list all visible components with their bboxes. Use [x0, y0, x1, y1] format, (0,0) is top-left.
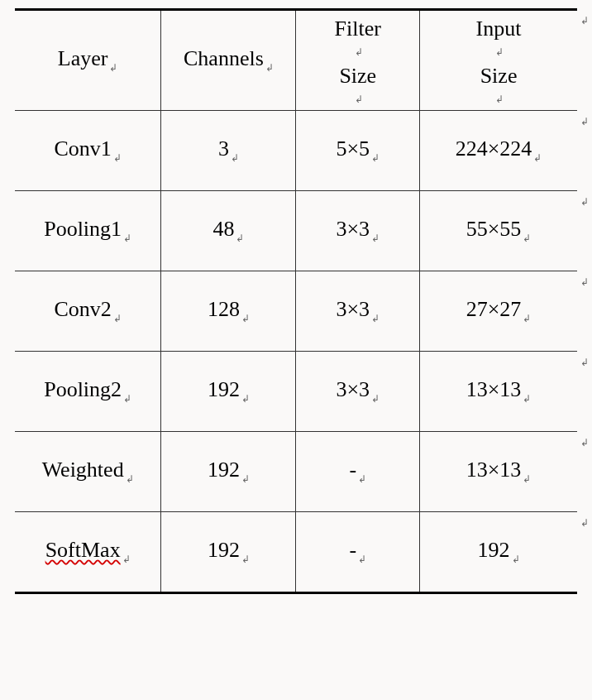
cell-input: 13×13↲ — [420, 352, 577, 432]
cell-channels-value: 192 — [208, 377, 240, 401]
para-mark-icon: ↲ — [123, 393, 131, 405]
header-label: Size — [335, 60, 381, 92]
row-end-mark-icon: ↲ — [580, 276, 589, 289]
para-mark-icon: ↲ — [241, 393, 250, 405]
cell-input-value: 192 — [478, 538, 510, 562]
cell-filter: -↲ — [296, 432, 420, 512]
cell-channels: 192↲ — [161, 352, 296, 432]
table-row: Pooling1↲48↲3×3↲55×55↲ — [15, 191, 577, 271]
cell-layer-value: Conv2 — [54, 297, 111, 321]
row-end-mark-icon: ↲ — [580, 196, 589, 209]
para-mark-icon: ↲ — [241, 554, 250, 565]
cell-channels-value: 128 — [208, 297, 240, 321]
cell-layer-value: Weighted — [42, 458, 124, 482]
table-row: Pooling2↲192↲3×3↲13×13↲ — [15, 352, 577, 432]
cell-layer: Conv1↲ — [15, 111, 161, 191]
cell-input: 192↲ — [420, 512, 577, 593]
cell-channels-value: 48 — [212, 217, 234, 241]
row-end-mark-icon: ↲ — [580, 357, 589, 369]
cell-layer: Pooling2↲ — [15, 352, 161, 432]
cell-channels-value: 192 — [208, 538, 240, 562]
col-header-layer: Layer↲ — [15, 10, 161, 111]
table-header: Layer↲ Channels↲ Filter↲ Size↲ Input↲ Si… — [15, 10, 577, 111]
para-mark-icon: ↲ — [358, 554, 366, 565]
cell-filter-value: 3×3 — [336, 217, 370, 241]
table-header-row: Layer↲ Channels↲ Filter↲ Size↲ Input↲ Si… — [15, 10, 577, 111]
cell-filter: 3×3↲ — [296, 191, 420, 271]
para-mark-icon: ↲ — [523, 393, 531, 405]
para-mark-icon: ↲ — [523, 313, 531, 324]
cell-channels: 192↲ — [161, 512, 296, 593]
para-mark-icon: ↲ — [122, 554, 131, 565]
para-mark-icon: ↲ — [265, 62, 274, 74]
cell-layer-value: Pooling2 — [44, 377, 122, 401]
cell-layer: SoftMax↲ — [15, 512, 161, 593]
para-mark-icon: ↲ — [358, 473, 366, 485]
cell-channels: 192↲ — [161, 432, 296, 512]
cell-filter-value: - — [349, 458, 356, 482]
cell-filter: 5×5↲ — [296, 111, 420, 191]
para-mark-icon: ↲ — [523, 473, 531, 485]
cell-input: 13×13↲ — [420, 432, 577, 512]
para-mark-icon: ↲ — [113, 313, 122, 324]
row-end-mark-icon: ↲ — [580, 116, 589, 128]
cell-layer-value: Pooling1 — [44, 217, 122, 241]
para-mark-icon: ↲ — [371, 393, 380, 405]
table-body: Conv1↲3↲5×5↲224×224↲Pooling1↲48↲3×3↲55×5… — [15, 111, 577, 593]
network-table: Layer↲ Channels↲ Filter↲ Size↲ Input↲ Si… — [15, 8, 577, 594]
col-header-input-size: Input↲ Size↲ — [420, 10, 577, 111]
table-row: Conv2↲128↲3×3↲27×27↲ — [15, 271, 577, 352]
cell-filter-value: 3×3 — [336, 377, 370, 401]
cell-channels: 48↲ — [161, 191, 296, 271]
header-label: Layer — [58, 46, 108, 70]
cell-layer-value: Conv1 — [54, 137, 111, 161]
cell-layer: Weighted↲ — [15, 432, 161, 512]
cell-channels-value: 3 — [218, 137, 229, 161]
para-mark-icon: ↲ — [113, 152, 122, 164]
para-mark-icon: ↲ — [371, 152, 380, 164]
cell-input-value: 13×13 — [466, 377, 522, 401]
cell-filter: 3×3↲ — [296, 271, 420, 352]
cell-input: 224×224↲ — [420, 111, 577, 191]
table-row: Weighted↲192↲-↲13×13↲ — [15, 432, 577, 512]
para-mark-icon: ↲ — [337, 45, 381, 60]
header-label: Input — [476, 12, 522, 45]
cell-channels-value: 192 — [208, 458, 240, 482]
cell-input: 27×27↲ — [420, 271, 577, 352]
para-mark-icon: ↲ — [241, 313, 250, 324]
cell-layer: Pooling1↲ — [15, 191, 161, 271]
header-label: Channels — [184, 46, 264, 70]
cell-layer-value: SoftMax — [45, 538, 121, 562]
cell-filter-value: 5×5 — [336, 137, 370, 161]
row-end-mark-icon: ↲ — [580, 517, 589, 530]
para-mark-icon: ↲ — [126, 473, 134, 485]
para-mark-icon: ↲ — [371, 233, 380, 244]
cell-input-value: 55×55 — [466, 217, 522, 241]
para-mark-icon: ↲ — [241, 473, 250, 485]
cell-layer: Conv2↲ — [15, 271, 161, 352]
cell-input: 55×55↲ — [420, 191, 577, 271]
cell-channels: 3↲ — [161, 111, 296, 191]
col-header-filter-size: Filter↲ Size↲ — [296, 10, 420, 111]
para-mark-icon: ↲ — [236, 233, 244, 244]
cell-filter: 3×3↲ — [296, 352, 420, 432]
row-end-mark-icon: ↲ — [580, 437, 589, 449]
para-mark-icon: ↲ — [478, 45, 522, 60]
para-mark-icon: ↲ — [337, 92, 381, 107]
table-row: Conv1↲3↲5×5↲224×224↲ — [15, 111, 577, 191]
para-mark-icon: ↲ — [478, 92, 522, 107]
para-mark-icon: ↲ — [371, 313, 380, 324]
header-label: Filter — [335, 12, 381, 45]
cell-channels: 128↲ — [161, 271, 296, 352]
table-row: SoftMax↲192↲-↲192↲ — [15, 512, 577, 593]
header-label: Size — [476, 60, 522, 92]
para-mark-icon: ↲ — [109, 62, 117, 74]
para-mark-icon: ↲ — [123, 233, 131, 244]
para-mark-icon: ↲ — [231, 152, 239, 164]
cell-input-value: 27×27 — [466, 297, 522, 321]
para-mark-icon: ↲ — [512, 554, 520, 565]
cell-filter-value: 3×3 — [336, 297, 370, 321]
cell-input-value: 13×13 — [466, 458, 522, 482]
col-header-channels: Channels↲ — [161, 10, 296, 111]
cell-filter-value: - — [349, 538, 356, 562]
